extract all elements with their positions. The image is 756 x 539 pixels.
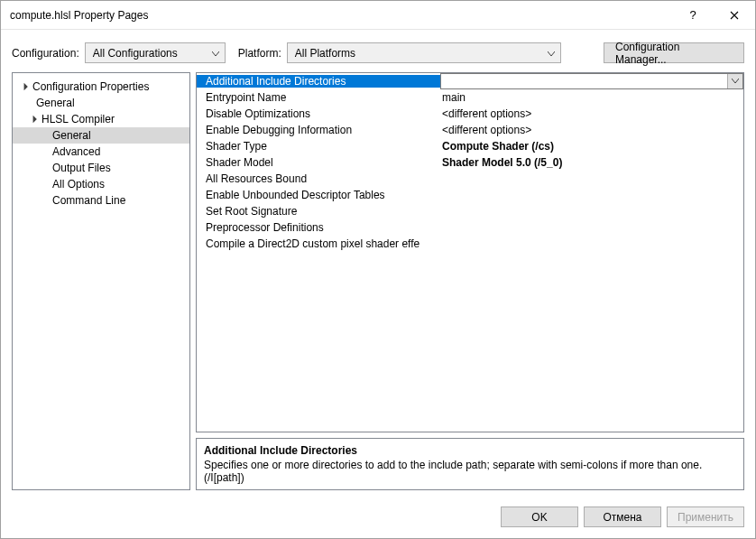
content-area: Configuration Properties General HLSL Co… [1,72,755,497]
property-name: Disable Optimizations [197,107,440,120]
property-row[interactable]: Shader ModelShader Model 5.0 (/5_0) [197,154,743,171]
chevron-down-icon [548,47,555,60]
configuration-label: Configuration: [12,47,79,60]
property-name: Preprocessor Definitions [197,221,440,234]
expander-icon[interactable] [20,83,31,90]
description-title: Additional Include Directories [204,444,736,457]
platform-value: All Platforms [295,47,355,60]
property-name: Entrypoint Name [197,91,440,104]
ok-button[interactable]: OK [501,506,578,527]
property-grid[interactable]: Additional Include DirectoriesEntrypoint… [196,72,744,432]
configuration-combo[interactable]: All Configurations [85,42,226,63]
property-row[interactable]: Set Root Signature [197,203,743,219]
property-value[interactable]: <different options> [440,124,743,136]
tree-item-general[interactable]: General [13,95,189,111]
property-name: Enable Unbounded Descriptor Tables [197,189,440,201]
description-panel: Additional Include Directories Specifies… [196,438,744,490]
tree-item-label: General [36,97,75,109]
tree-item-label: Advanced [52,145,100,158]
chevron-down-icon [732,79,739,84]
tree-panel[interactable]: Configuration Properties General HLSL Co… [12,72,190,490]
window-title: compute.hlsl Property Pages [10,9,672,22]
tree-item-hlsl-command-line[interactable]: Command Line [13,192,189,209]
configuration-manager-button[interactable]: Configuration Manager... [604,42,744,63]
close-icon [730,11,739,20]
help-button[interactable]: ? [672,1,714,29]
property-row[interactable]: Compile a Direct2D custom pixel shader e… [197,236,743,252]
tree-root-configuration-properties[interactable]: Configuration Properties [13,79,189,95]
property-row[interactable]: Preprocessor Definitions [197,219,743,236]
platform-combo[interactable]: All Platforms [287,42,561,63]
property-value[interactable]: main [440,91,743,104]
description-body: Specifies one or more directories to add… [204,459,736,484]
property-value[interactable] [440,73,743,89]
expander-icon[interactable] [29,116,40,123]
tree-item-label: General [52,129,91,142]
chevron-down-icon [212,47,219,60]
right-panel: Additional Include DirectoriesEntrypoint… [196,72,744,490]
property-row[interactable]: Additional Include Directories [197,73,743,89]
property-value[interactable]: Shader Model 5.0 (/5_0) [440,156,743,169]
configuration-value: All Configurations [93,47,178,60]
tree-item-hlsl-compiler[interactable]: HLSL Compiler [13,111,189,127]
property-row[interactable]: Enable Unbounded Descriptor Tables [197,187,743,203]
apply-button[interactable]: Применить [667,506,744,527]
property-value[interactable]: Compute Shader (/cs) [440,140,743,153]
configuration-row: Configuration: All Configurations Platfo… [1,30,755,72]
property-row[interactable]: Enable Debugging Information<different o… [197,122,743,138]
property-value[interactable]: <different options> [440,107,743,120]
tree-item-hlsl-advanced[interactable]: Advanced [13,144,189,160]
tree-item-label: All Options [52,178,105,191]
dropdown-button[interactable] [727,74,742,88]
property-pages-window: compute.hlsl Property Pages ? Configurat… [0,0,756,539]
tree-item-hlsl-all-options[interactable]: All Options [13,176,189,192]
tree-item-hlsl-general[interactable]: General [13,127,189,144]
titlebar: compute.hlsl Property Pages ? [1,1,755,30]
property-row[interactable]: Entrypoint Namemain [197,89,743,106]
tree-item-label: Command Line [52,194,125,207]
platform-label: Platform: [238,47,281,60]
close-button[interactable] [714,1,755,29]
tree-item-hlsl-output-files[interactable]: Output Files [13,160,189,176]
property-name: Shader Type [197,140,440,153]
property-name: Additional Include Directories [197,75,440,88]
property-name: All Resources Bound [197,172,440,185]
property-row[interactable]: Disable Optimizations<different options> [197,106,743,122]
property-name: Enable Debugging Information [197,124,440,136]
tree-root-label: Configuration Properties [32,80,149,93]
property-name: Compile a Direct2D custom pixel shader e… [197,237,440,250]
property-row[interactable]: Shader TypeCompute Shader (/cs) [197,138,743,154]
tree-item-label: Output Files [52,162,111,174]
tree-item-label: HLSL Compiler [41,113,115,125]
cancel-button[interactable]: Отмена [584,506,661,527]
footer: OK Отмена Применить [1,497,755,538]
property-name: Set Root Signature [197,205,440,218]
property-row[interactable]: All Resources Bound [197,171,743,187]
property-name: Shader Model [197,156,440,169]
